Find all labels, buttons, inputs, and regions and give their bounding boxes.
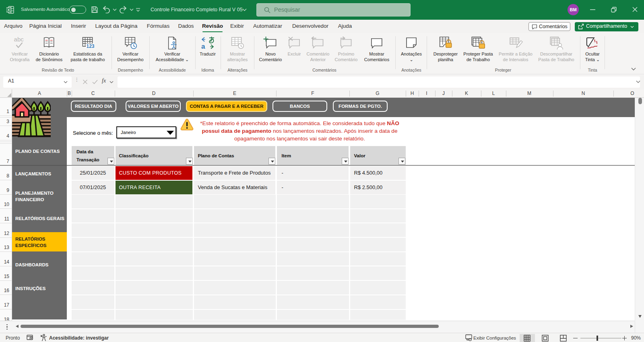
svg-text:abc: abc xyxy=(14,36,24,43)
svg-text:123: 123 xyxy=(86,43,94,49)
svg-text:a: a xyxy=(201,43,205,50)
